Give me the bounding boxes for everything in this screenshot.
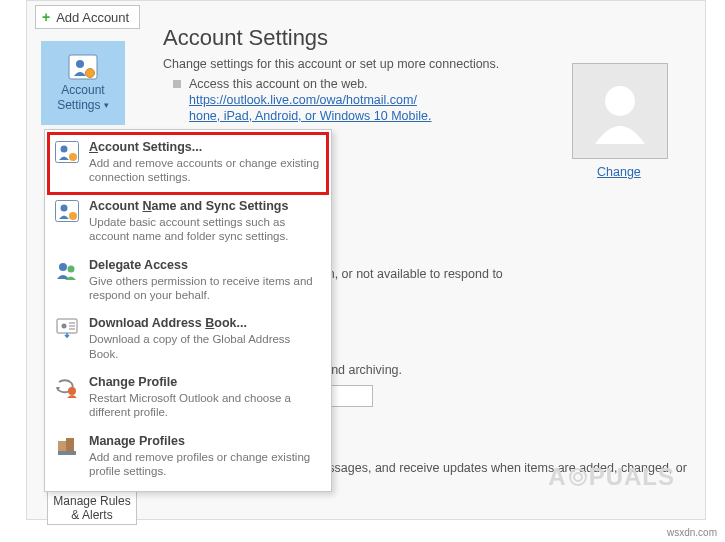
owa-link[interactable]: https://outlook.live.com/owa/hotmail.com… — [189, 93, 432, 107]
svg-point-11 — [68, 265, 75, 272]
menu-desc: Restart Microsoft Outlook and choose a d… — [89, 391, 321, 420]
menu-item-name-sync[interactable]: Account Name and Sync Settings Update ba… — [49, 193, 327, 252]
attribution: wsxdn.com — [667, 527, 717, 538]
settings-window: + Add Account Account Settings ▾ Account… — [26, 0, 706, 520]
svg-point-18 — [68, 387, 76, 395]
svg-rect-19 — [58, 441, 66, 451]
svg-point-6 — [69, 153, 77, 161]
avatar-placeholder-icon — [585, 76, 655, 146]
change-photo-link[interactable]: Change — [597, 165, 641, 179]
manage-profiles-icon — [55, 434, 79, 458]
address-book-icon — [55, 316, 79, 340]
menu-desc: Give others permission to receive items … — [89, 274, 321, 303]
change-profile-icon — [55, 375, 79, 399]
svg-point-10 — [59, 263, 67, 271]
toolbar: + Add Account — [27, 5, 140, 29]
svg-point-2 — [86, 68, 95, 77]
menu-desc: Update basic account settings such as ac… — [89, 215, 321, 244]
menu-item-change-profile[interactable]: Change Profile Restart Microsoft Outlook… — [49, 369, 327, 428]
menu-item-manage-profiles[interactable]: Manage Profiles Add and remove profiles … — [49, 428, 327, 487]
svg-point-5 — [61, 146, 68, 153]
menu-title: Delegate Access — [89, 258, 321, 272]
plus-icon: + — [42, 9, 50, 25]
account-settings-menu: Account Settings... Add and remove accou… — [44, 129, 332, 492]
page-title: Account Settings — [163, 25, 328, 51]
svg-point-3 — [605, 86, 635, 116]
svg-rect-20 — [66, 438, 74, 451]
menu-title: Account Name and Sync Settings — [89, 199, 321, 213]
menu-desc: Add and remove accounts or change existi… — [89, 156, 321, 185]
svg-point-13 — [62, 324, 67, 329]
bullet-icon — [173, 80, 181, 88]
ribbon-label-1: Account — [61, 84, 104, 97]
svg-rect-21 — [58, 451, 76, 455]
menu-item-account-settings[interactable]: Account Settings... Add and remove accou… — [49, 134, 327, 193]
mobile-apps-link[interactable]: hone, iPad, Android, or Windows 10 Mobil… — [189, 109, 432, 123]
web-access-label: Access this account on the web. — [189, 77, 432, 91]
menu-title: Change Profile — [89, 375, 321, 389]
menu-item-delegate-access[interactable]: Delegate Access Give others permission t… — [49, 252, 327, 311]
chevron-down-icon: ▾ — [104, 100, 109, 110]
account-settings-ribbon-button[interactable]: Account Settings ▾ — [41, 41, 125, 125]
menu-desc: Download a copy of the Global Address Bo… — [89, 332, 321, 361]
name-sync-icon — [55, 199, 79, 223]
menu-title: Manage Profiles — [89, 434, 321, 448]
web-access-row: Access this account on the web. https://… — [173, 77, 432, 123]
menu-desc: Add and remove profiles or change existi… — [89, 450, 321, 479]
svg-point-8 — [61, 204, 68, 211]
account-settings-menu-icon — [55, 140, 79, 164]
menu-title: Download Address Book... — [89, 316, 321, 330]
delegate-icon — [55, 258, 79, 282]
ribbon-label-2: Settings — [57, 98, 100, 112]
menu-item-download-address-book[interactable]: Download Address Book... Download a copy… — [49, 310, 327, 369]
rules-label-2: & Alerts — [71, 508, 112, 522]
avatar — [572, 63, 668, 159]
add-account-button[interactable]: + Add Account — [35, 5, 140, 29]
add-account-label: Add Account — [56, 10, 129, 25]
account-settings-icon — [68, 54, 98, 80]
rules-label-1: Manage Rules — [53, 494, 130, 508]
page-subtitle: Change settings for this account or set … — [163, 57, 499, 71]
svg-point-9 — [69, 212, 77, 220]
manage-rules-button[interactable]: Manage Rules & Alerts — [47, 491, 137, 525]
menu-title: Account Settings... — [89, 140, 321, 154]
svg-point-1 — [76, 60, 84, 68]
